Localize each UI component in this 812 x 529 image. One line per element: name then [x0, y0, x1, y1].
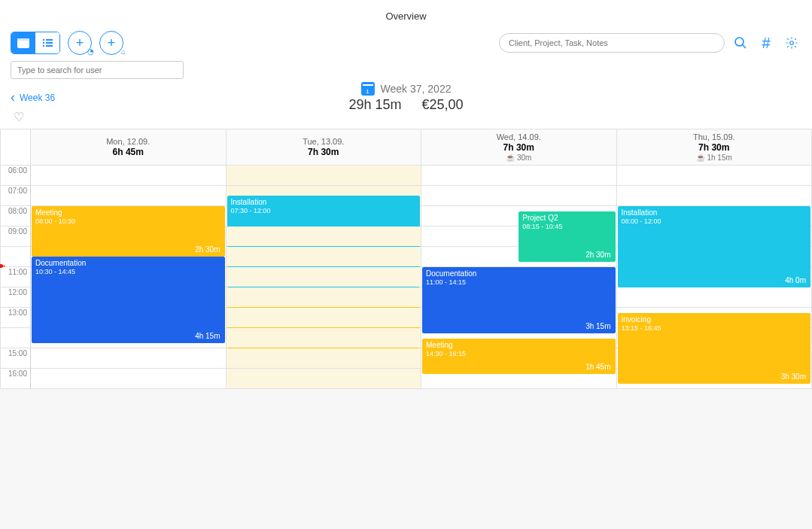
calendar-cell[interactable]	[616, 369, 812, 389]
search-input[interactable]	[499, 33, 725, 53]
chevron-left-icon: ‹	[11, 90, 15, 105]
tag-icon: ⌂	[121, 47, 126, 56]
svg-point-10	[790, 41, 794, 45]
calendar-cell[interactable]	[616, 308, 812, 328]
calendar-cell[interactable]	[31, 267, 227, 287]
calendar-view-button[interactable]	[11, 32, 35, 53]
day-header[interactable]: Mon, 12.09. 6h 45m	[31, 129, 227, 166]
calendar-cell[interactable]	[226, 328, 421, 348]
calendar-cell[interactable]	[421, 369, 617, 389]
view-segment	[11, 32, 60, 54]
calendar-cell[interactable]	[31, 166, 227, 186]
calendar-cell[interactable]	[616, 287, 812, 308]
svg-point-8	[735, 38, 744, 46]
calendar-cell[interactable]	[421, 186, 617, 206]
settings-button[interactable]	[782, 33, 801, 53]
event-title: Project Q2	[522, 214, 611, 223]
gear-icon	[785, 36, 798, 50]
day-header[interactable]: Wed, 14.09. 7h 30m ☕ 30m	[421, 129, 617, 166]
prev-week-button[interactable]: ‹ Week 36	[11, 90, 55, 105]
calendar-cell[interactable]	[226, 247, 421, 267]
calendar-cell[interactable]	[616, 247, 812, 267]
calendar-cell[interactable]	[31, 247, 227, 267]
event-time: 08:00 - 10:30	[35, 217, 221, 226]
calendar-cell[interactable]: Installation08:00 - 12:004h 0mInvoicing1…	[616, 206, 812, 226]
time-gutter: 15:00	[1, 348, 31, 369]
event-title: Meeting	[35, 208, 221, 217]
event-title: Installation	[622, 208, 807, 217]
calendar-cell[interactable]	[31, 369, 227, 389]
calendar-cell[interactable]	[31, 186, 227, 206]
calendar-cell[interactable]	[421, 308, 617, 328]
calendar-cell[interactable]	[616, 267, 812, 287]
time-gutter: 09:00	[1, 226, 31, 247]
prev-week-label: Week 36	[20, 93, 55, 103]
add-tag-button[interactable]: + ⌂	[99, 31, 123, 55]
calendar-cell[interactable]	[31, 308, 227, 328]
calendar-cell[interactable]: Project Q208:15 - 10:452h 30mDocumentati…	[421, 206, 617, 226]
search-button[interactable]	[731, 33, 750, 53]
calendar-cell[interactable]	[226, 226, 421, 247]
calendar-cell[interactable]	[421, 287, 617, 308]
svg-line-9	[743, 45, 746, 48]
calendar-cell[interactable]	[226, 166, 421, 186]
calendar-cell[interactable]	[421, 267, 617, 287]
calendar-cell[interactable]	[421, 247, 617, 267]
calendar-cell[interactable]	[226, 267, 421, 287]
now-indicator	[1, 266, 5, 266]
calendar-cell[interactable]	[616, 186, 812, 206]
calendar-cell[interactable]	[616, 328, 812, 348]
calendar-cell[interactable]	[421, 166, 617, 186]
current-week-label: Week 37, 2022	[381, 83, 452, 95]
calendar-cell[interactable]	[226, 308, 421, 328]
calendar-cell[interactable]	[31, 348, 227, 369]
svg-rect-5	[46, 42, 53, 44]
day-header[interactable]: Thu, 15.09. 7h 30m ☕ 1h 15m	[616, 129, 812, 166]
time-gutter: 06:00	[1, 166, 31, 186]
calendar-cell[interactable]	[421, 348, 617, 369]
calendar-cell[interactable]: Installation07:30 - 12:004h 30mInvoicing…	[226, 206, 421, 226]
time-gutter: 07:00	[1, 186, 31, 206]
add-time-button[interactable]: + ◔	[68, 31, 92, 55]
clock-icon: ◔	[87, 47, 94, 56]
time-gutter: 13:00	[1, 308, 31, 328]
time-gutter: 16:00	[1, 369, 31, 389]
calendar-cell[interactable]	[226, 369, 421, 389]
calendar-cell[interactable]	[31, 287, 227, 308]
calendar-cell[interactable]	[226, 287, 421, 308]
total-hours: 29h 15m	[348, 97, 401, 112]
event-time: 07:30 - 12:00	[231, 207, 417, 215]
calendar-cell[interactable]	[421, 226, 617, 247]
calendar-cell[interactable]	[31, 328, 227, 348]
user-search-input[interactable]	[11, 61, 184, 79]
svg-point-4	[43, 42, 44, 44]
calendar-icon	[17, 38, 29, 48]
plus-icon: +	[108, 36, 116, 50]
svg-rect-7	[46, 45, 53, 47]
svg-point-2	[43, 39, 44, 41]
search-icon	[734, 36, 747, 50]
time-gutter: 11:00	[1, 267, 31, 287]
svg-point-6	[43, 45, 44, 47]
hashtag-button[interactable]: #	[756, 33, 776, 53]
calendar-cell[interactable]	[421, 328, 617, 348]
time-gutter: 08:00	[1, 206, 31, 226]
time-gutter	[1, 247, 31, 267]
calendar-cell[interactable]	[616, 166, 812, 186]
svg-rect-1	[17, 38, 29, 41]
calendar-cell[interactable]	[616, 226, 812, 247]
day-header[interactable]: Tue, 13.09. 7h 30m	[226, 129, 421, 166]
list-view-button[interactable]	[35, 32, 59, 53]
calendar-cell[interactable]	[616, 348, 812, 369]
calendar-grid: Mon, 12.09. 6h 45m Tue, 13.09. 7h 30m We…	[0, 129, 812, 389]
time-gutter: 12:00	[1, 287, 31, 308]
event-time: 08:00 - 12:00	[622, 217, 807, 226]
event-title: Installation	[231, 198, 417, 207]
list-icon	[41, 38, 53, 48]
calendar-cell[interactable]	[226, 348, 421, 369]
calendar-cell[interactable]	[31, 226, 227, 247]
time-gutter	[1, 328, 31, 348]
total-earnings: €25,00	[422, 97, 464, 112]
calendar-small-icon	[361, 82, 375, 96]
calendar-cell[interactable]: Meeting08:00 - 10:302h 30mDocumentation1…	[31, 206, 227, 226]
